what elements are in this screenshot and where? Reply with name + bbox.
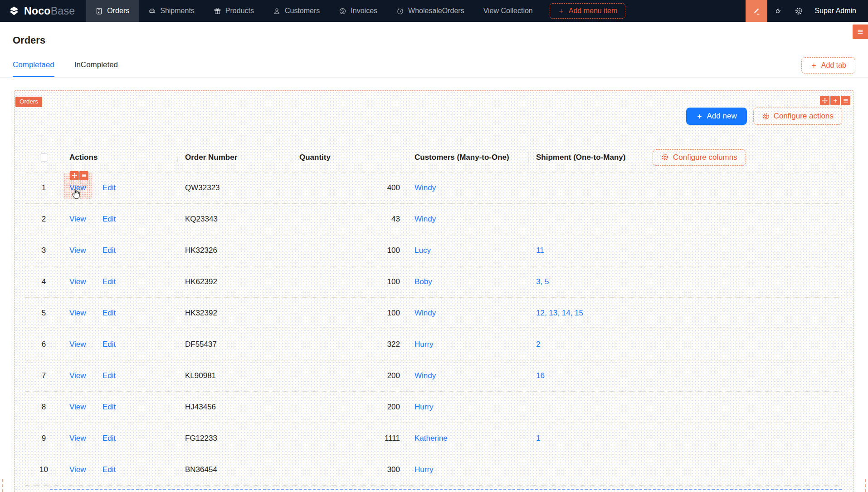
order-number-cell: HK32326 (178, 235, 292, 266)
action-view-wrap: View (69, 215, 86, 224)
page-tabs: Completaed InCompleted Add tab (13, 57, 855, 77)
action-divider (94, 310, 94, 316)
menu-item-shipments[interactable]: Shipments (139, 0, 204, 22)
order-number-cell: KL90981 (178, 360, 292, 391)
add-block-icon[interactable] (830, 96, 840, 105)
empty-cell (645, 235, 842, 266)
edit-link[interactable]: Edit (102, 465, 116, 474)
customer-link[interactable]: Windy (414, 215, 436, 223)
shipment-cell: 11 (529, 235, 645, 266)
view-link[interactable]: View (69, 434, 86, 443)
edit-link[interactable]: Edit (102, 246, 116, 255)
select-all-checkbox[interactable] (40, 153, 48, 162)
view-link[interactable]: View (69, 277, 86, 286)
view-link[interactable]: View (69, 403, 86, 411)
action-view-wrap: View (69, 371, 86, 380)
plugin-manager-button[interactable] (767, 0, 788, 22)
drag-handle-icon[interactable] (820, 96, 829, 105)
edit-link[interactable]: Edit (102, 309, 116, 317)
view-link[interactable]: View (69, 215, 86, 223)
drag-handle-icon[interactable] (70, 171, 79, 180)
settings-button[interactable] (788, 0, 809, 22)
block-menu-icon[interactable] (841, 96, 850, 105)
edit-link[interactable]: Edit (102, 403, 116, 411)
customer-link[interactable]: Hurry (414, 465, 434, 474)
action-divider (94, 467, 94, 473)
configure-actions-button[interactable]: Configure actions (753, 108, 842, 125)
add-tab-button[interactable]: Add tab (801, 57, 855, 74)
nocobase-logo[interactable]: NocoBase (8, 5, 75, 17)
view-link[interactable]: View (69, 246, 86, 255)
edit-link[interactable]: Edit (102, 434, 116, 443)
designer-hover-icons (70, 171, 88, 180)
tab-completaed[interactable]: Completaed (13, 60, 54, 77)
quantity-cell: 400 (292, 172, 407, 203)
customer-link[interactable]: Windy (414, 183, 436, 192)
shipment-cell: 2 (529, 329, 645, 360)
tab-incompleted[interactable]: InCompleted (74, 60, 118, 77)
customer-link[interactable]: Lucy (414, 246, 431, 255)
action-view-wrap: View (69, 340, 86, 349)
column-header-customers: Customers (Many-to-One) (407, 143, 529, 172)
add-new-button[interactable]: Add new (686, 108, 747, 125)
customer-link[interactable]: Katherine (414, 434, 448, 443)
edit-link[interactable]: Edit (102, 215, 116, 223)
view-link[interactable]: View (69, 309, 86, 317)
shipment-link[interactable]: 11 (536, 246, 544, 255)
shipment-link[interactable]: 16 (536, 371, 545, 380)
edit-link[interactable]: Edit (102, 371, 116, 380)
menu-item-invoices[interactable]: Invoices (329, 0, 387, 22)
table-row: 1 View Edit QW32323 4 (25, 172, 842, 203)
shipment-link[interactable]: 2 (536, 340, 540, 349)
row-index: 5 (25, 297, 62, 329)
table-row: 4 View Edit HK62392 1 (25, 266, 842, 297)
customer-link[interactable]: Windy (414, 371, 436, 380)
shipment-cell: 3, 5 (529, 266, 645, 297)
quantity-cell: 43 (292, 203, 407, 235)
table-header-row: Actions Order Number Quantity Customers … (25, 143, 842, 172)
customer-link[interactable]: Boby (414, 277, 432, 286)
plus-icon (810, 62, 817, 69)
ui-editor-toggle-button[interactable] (746, 0, 767, 22)
row-index: 10 (25, 454, 62, 485)
order-number-cell: HK62392 (178, 266, 292, 297)
add-menu-item-button[interactable]: Add menu item (550, 3, 626, 19)
designer-menu-icon[interactable] (79, 171, 88, 180)
table-row: 2 View Edit KQ23343 4 (25, 203, 842, 235)
order-number-cell: FG12233 (178, 423, 292, 454)
customer-link[interactable]: Hurry (414, 403, 434, 411)
view-link[interactable]: View (69, 340, 86, 349)
shipments-icon (148, 7, 156, 15)
plug-icon (774, 7, 782, 15)
action-divider (94, 435, 94, 442)
empty-cell (645, 391, 842, 423)
shipment-cell: 12, 13, 14, 15 (529, 297, 645, 329)
outer-dashed-border-right (865, 479, 866, 492)
edit-link[interactable]: Edit (102, 340, 116, 349)
configure-columns-button[interactable]: Configure columns (653, 149, 746, 166)
menu-item-customers[interactable]: Customers (263, 0, 329, 22)
menu-item-wholesaleorders[interactable]: WholesaleOrders (387, 0, 474, 22)
row-index: 4 (25, 266, 62, 297)
menu-item-orders[interactable]: Orders (86, 0, 139, 22)
shipment-link[interactable]: 3, 5 (536, 277, 549, 286)
outer-dashed-border-left (2, 479, 3, 492)
edit-link[interactable]: Edit (102, 277, 116, 286)
logo-text-bold: Noco (24, 5, 51, 17)
shipment-link[interactable]: 1 (536, 434, 540, 443)
customer-link[interactable]: Hurry (414, 340, 434, 349)
edit-link[interactable]: Edit (102, 183, 116, 192)
logo-text-light: Base (51, 5, 75, 17)
shipment-link[interactable]: 12, 13, 14, 15 (536, 309, 583, 317)
page-designer-menu-button[interactable] (853, 25, 868, 39)
menu-item-products[interactable]: Products (204, 0, 263, 22)
user-menu[interactable]: Super Admin (809, 7, 868, 15)
customer-cell: Boby (407, 266, 529, 297)
view-link[interactable]: View (69, 465, 86, 474)
shipment-cell (529, 454, 645, 485)
customer-link[interactable]: Windy (414, 309, 436, 317)
view-link[interactable]: View (69, 371, 86, 380)
menu-item-view-collection[interactable]: View Collection (474, 0, 542, 22)
shipment-cell (529, 203, 645, 235)
customer-cell: Windy (407, 203, 529, 235)
